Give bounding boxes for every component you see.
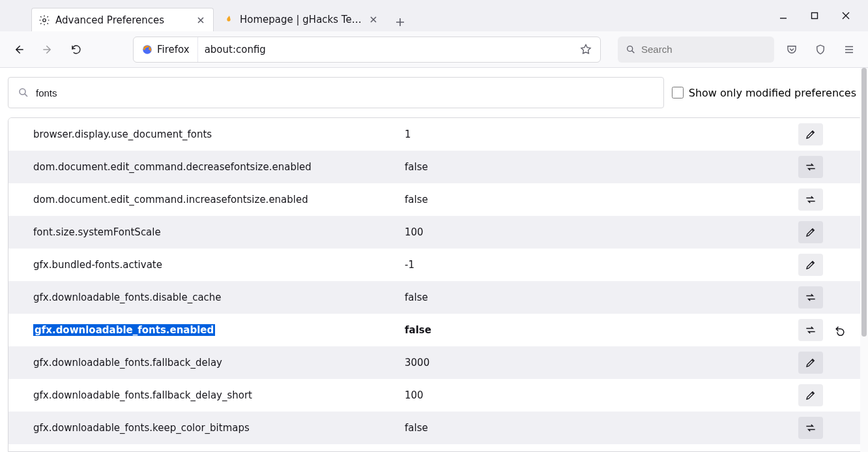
- pref-search-box[interactable]: [8, 77, 664, 108]
- search-bar[interactable]: [618, 37, 774, 63]
- pref-value: false: [405, 194, 789, 205]
- swap-icon: [804, 291, 817, 304]
- pref-row[interactable]: gfx.downloadable_fonts.fallback_delay_sh…: [8, 379, 862, 412]
- pref-name: dom.document.edit_command.increasefontsi…: [33, 194, 308, 205]
- close-icon[interactable]: [368, 14, 379, 25]
- gear-icon: [38, 14, 50, 26]
- modified-only-checkbox[interactable]: [672, 87, 684, 98]
- edit-button[interactable]: [798, 384, 823, 406]
- nav-toolbar: Firefox about:config: [0, 31, 868, 68]
- pref-row[interactable]: gfx.downloadable_fonts.disable_cachefals…: [8, 281, 862, 314]
- filter-row: Show only modified preferences: [8, 77, 863, 108]
- tab-strip: Advanced Preferences Homepage | gHacks T…: [0, 0, 868, 31]
- svg-point-0: [43, 18, 46, 22]
- pref-name: gfx.bundled-fonts.activate: [33, 259, 162, 271]
- undo-icon: [833, 324, 846, 337]
- pref-name: dom.document.edit_command.decreasefontsi…: [33, 161, 311, 173]
- shield-icon[interactable]: [809, 38, 832, 61]
- scrollbar-thumb[interactable]: [861, 68, 867, 337]
- toggle-button[interactable]: [798, 188, 823, 211]
- svg-rect-1: [812, 13, 818, 19]
- reload-button[interactable]: [65, 38, 87, 61]
- forward-button: [36, 38, 59, 61]
- pref-value: 3000: [405, 357, 789, 369]
- firefox-logo-icon: [141, 44, 153, 55]
- pref-value: false: [405, 292, 789, 303]
- pref-value: false: [405, 324, 789, 336]
- pref-value: 1: [405, 128, 789, 140]
- flame-icon: [223, 14, 235, 25]
- toggle-button[interactable]: [798, 156, 823, 178]
- pencil-icon: [805, 259, 817, 271]
- tab-title: Advanced Preferences: [55, 14, 190, 26]
- pref-name: gfx.downloadable_fonts.disable_cache: [33, 292, 222, 303]
- vertical-scrollbar[interactable]: [860, 68, 868, 452]
- pref-name: gfx.downloadable_fonts.keep_color_bitmap…: [33, 422, 250, 434]
- pref-value: 100: [405, 389, 789, 401]
- pencil-icon: [805, 226, 817, 238]
- pref-name: font.size.systemFontScale: [33, 226, 161, 238]
- pref-list: browser.display.use_document_fonts1dom.d…: [8, 117, 863, 452]
- edit-button[interactable]: [798, 352, 823, 374]
- pref-row[interactable]: gfx.bundled-fonts.activate-1: [8, 249, 862, 281]
- reset-button[interactable]: [830, 324, 850, 337]
- identity-label: Firefox: [157, 44, 190, 55]
- bookmark-star-icon[interactable]: [577, 40, 595, 59]
- pref-row[interactable]: gfx.downloadable_fonts.fallback_delay300…: [8, 346, 862, 379]
- swap-icon: [804, 421, 817, 434]
- pref-row[interactable]: font.size.systemFontScale100: [8, 216, 862, 249]
- pencil-icon: [805, 389, 817, 401]
- pref-row[interactable]: dom.document.edit_command.decreasefontsi…: [8, 151, 862, 183]
- pref-row[interactable]: browser.display.use_document_fonts1: [8, 118, 862, 151]
- minimize-button[interactable]: [775, 8, 791, 23]
- toggle-button[interactable]: [798, 286, 823, 309]
- window-close-button[interactable]: [838, 8, 854, 23]
- toggle-button[interactable]: [798, 417, 823, 439]
- search-icon: [18, 87, 29, 98]
- pref-name: gfx.downloadable_fonts.fallback_delay: [33, 357, 222, 369]
- tab-ghacks[interactable]: Homepage | gHacks Technolog…: [216, 8, 386, 31]
- pref-name: gfx.downloadable_fonts.fallback_delay_sh…: [33, 389, 252, 401]
- window-controls: [775, 0, 865, 31]
- search-icon: [626, 44, 636, 55]
- pref-name: gfx.downloadable_fonts.enabled: [33, 324, 215, 336]
- edit-button[interactable]: [798, 123, 823, 145]
- tab-title: Homepage | gHacks Technolog…: [240, 14, 362, 25]
- back-button[interactable]: [8, 38, 30, 61]
- pencil-icon: [805, 357, 817, 369]
- pref-row[interactable]: dom.document.edit_command.increasefontsi…: [8, 183, 862, 216]
- edit-button[interactable]: [798, 254, 823, 276]
- new-tab-button[interactable]: [391, 13, 409, 31]
- modified-only-filter[interactable]: Show only modified preferences: [672, 87, 860, 99]
- pref-search-input[interactable]: [36, 87, 654, 98]
- edit-button[interactable]: [798, 221, 823, 243]
- svg-point-4: [20, 89, 25, 95]
- pocket-button[interactable]: [781, 38, 803, 61]
- about-config-content: Show only modified preferences browser.d…: [0, 68, 868, 452]
- swap-icon: [804, 324, 817, 337]
- toggle-button[interactable]: [798, 319, 823, 341]
- pref-value: false: [405, 422, 789, 434]
- swap-icon: [804, 193, 817, 206]
- pref-name: browser.display.use_document_fonts: [33, 128, 212, 140]
- pencil-icon: [805, 128, 817, 140]
- modified-only-label: Show only modified preferences: [689, 87, 856, 99]
- pref-value: 100: [405, 226, 789, 238]
- app-menu-button[interactable]: [838, 38, 860, 61]
- pref-value: false: [405, 161, 789, 173]
- maximize-button[interactable]: [807, 8, 822, 23]
- url-text[interactable]: about:config: [198, 44, 577, 55]
- pref-value: -1: [405, 259, 789, 271]
- search-input[interactable]: [641, 44, 766, 55]
- pref-row[interactable]: gfx.downloadable_fonts.enabledfalse: [8, 314, 862, 346]
- swap-icon: [804, 160, 817, 173]
- svg-point-3: [628, 46, 633, 51]
- close-icon[interactable]: [195, 14, 207, 26]
- address-bar[interactable]: Firefox about:config: [133, 37, 601, 63]
- identity-box[interactable]: Firefox: [134, 37, 198, 62]
- pref-row[interactable]: gfx.downloadable_fonts.keep_color_bitmap…: [8, 412, 862, 444]
- tab-advanced-preferences[interactable]: Advanced Preferences: [31, 8, 214, 31]
